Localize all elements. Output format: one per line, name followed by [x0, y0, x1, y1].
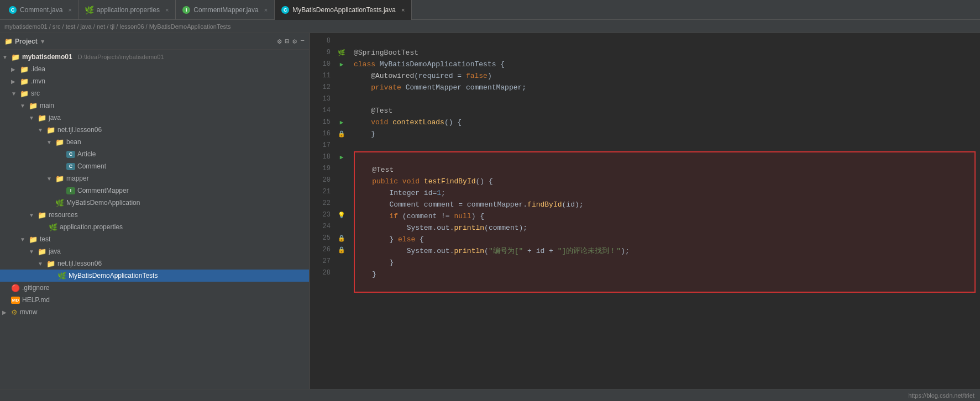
tree-item-commentmapper[interactable]: ▶ I CommentMapper [0, 184, 309, 197]
tree-item-idea[interactable]: ▶ 📁 .idea [0, 63, 309, 75]
testclass-spring-icon: 🌿 [57, 272, 66, 280]
tree-arrow-src: ▼ [11, 91, 18, 97]
line-28 [354, 316, 976, 328]
folder-icon-small: 📁 [4, 38, 13, 45]
gutter-16: 🔒 [334, 128, 349, 140]
resources-label: resources [49, 211, 78, 219]
tree-item-helpmd[interactable]: ▶ MD HELP.md [0, 294, 309, 306]
tab-application[interactable]: 🌿 application.properties × [79, 0, 176, 20]
gutter-23: 💡 [334, 209, 349, 221]
src-folder-icon: 📁 [20, 89, 29, 98]
tree-item-src[interactable]: ▼ 📁 src [0, 87, 309, 99]
article-label: Article [77, 150, 96, 158]
mapper-folder-icon: 📁 [55, 175, 64, 183]
bulb-icon-23[interactable]: 💡 [338, 212, 345, 219]
test-label: test [40, 235, 50, 243]
run-icon-10[interactable]: ▶ [340, 61, 344, 68]
helpmd-label: HELP.md [22, 296, 50, 304]
code-wrapper: @SpringBootTestclass MyBatisDemoApplicat… [349, 33, 980, 389]
gutter-17 [334, 140, 349, 151]
gutter-28 [334, 267, 349, 279]
main-layout: 📁 Project ▼ ⚙ ⊟ ⚙ − ▼ 📁 mybatisdemo01 D:… [0, 33, 980, 389]
tree-item-mvnw[interactable]: ▶ ⚙ mvnw [0, 306, 309, 318]
sidebar: 📁 Project ▼ ⚙ ⊟ ⚙ − ▼ 📁 mybatisdemo01 D:… [0, 33, 310, 389]
bean-label: bean [66, 138, 81, 146]
tab-comment-label: Comment.java [20, 6, 62, 14]
tree-item-mapper[interactable]: ▼ 📁 mapper [0, 172, 309, 184]
line-13 [354, 93, 976, 105]
tree-item-testclass[interactable]: ▶ 🌿 MyBatisDemoApplicationTests [0, 270, 309, 282]
run-icon-18[interactable]: ▶ [340, 154, 344, 161]
tree-item-mvn[interactable]: ▶ 📁 .mvn [0, 75, 309, 87]
run-icon-15[interactable]: ▶ [340, 119, 344, 126]
gutter-11 [334, 70, 349, 82]
tree-item-lesson06[interactable]: ▼ 📁 net.tjl.lesson06 [0, 124, 309, 136]
tab-mybatistests-close[interactable]: × [401, 7, 405, 13]
tree-item-resources[interactable]: ▼ 📁 resources [0, 209, 309, 221]
code-editor[interactable]: @SpringBootTestclass MyBatisDemoApplicat… [349, 33, 980, 330]
gutter-24 [334, 221, 349, 233]
tree-item-java[interactable]: ▼ 📁 java [0, 112, 309, 124]
tab-application-close[interactable]: × [165, 7, 169, 13]
tree-item-main[interactable]: ▼ 📁 main [0, 99, 309, 112]
line-22: System.out.println(comment); [355, 222, 974, 234]
tab-comment[interactable]: C Comment.java × [2, 0, 79, 20]
line-11: @Autowired(required = false) [354, 70, 976, 82]
tab-mybatistests[interactable]: C MyBatisDemoApplicationTests.java × [275, 0, 412, 20]
comment-java-icon: C [9, 6, 17, 14]
main-label: main [40, 102, 54, 109]
lock-icon-26: 🔒 [338, 246, 345, 254]
minimize-icon[interactable]: − [300, 37, 305, 45]
tree-item-gitignore[interactable]: ▶ 🔴 .gitignore [0, 282, 309, 294]
gutter-26: 🔒 [334, 244, 349, 256]
gear-icon[interactable]: ⚙ [292, 37, 297, 46]
bean-folder-icon: 📁 [55, 138, 64, 146]
editor-area: 8 9 10 11 12 13 14 15 16 17 18 19 20 21 … [310, 33, 980, 389]
line-26: } [355, 268, 974, 280]
tree-item-mybatisapp[interactable]: ▶ 🌿 MyBatisDemoApplication [0, 197, 309, 209]
gutter-20 [334, 175, 349, 186]
tab-comment-close[interactable]: × [68, 7, 71, 13]
root-folder-icon: 📁 [11, 53, 20, 61]
tab-bar: C Comment.java × 🌿 application.propertie… [0, 0, 980, 20]
breadcrumb: mybatisdemo01 / src / test / java / net … [0, 20, 980, 33]
line-20: Comment comment = commentMapper.findById… [355, 199, 974, 210]
testclass-label: MyBatisDemoApplicationTests [69, 272, 158, 279]
gutter-27 [334, 256, 349, 267]
testjava-label: java [49, 247, 61, 255]
project-tree: ▼ 📁 mybatisdemo01 D:\IdeaProjects\mybati… [0, 50, 309, 389]
tree-arrow-idea: ▶ [11, 66, 18, 72]
gutter-21 [334, 186, 349, 198]
sidebar-header: 📁 Project ▼ ⚙ ⊟ ⚙ − [0, 33, 309, 50]
collapse-icon[interactable]: ⊟ [285, 37, 290, 46]
line-18: public void testFindById() { [355, 176, 974, 187]
tab-commentmapper-close[interactable]: × [264, 7, 268, 13]
gutter-18: ▶ [334, 151, 349, 163]
gitignore-icon: 🔴 [11, 284, 20, 292]
tree-item-testlesson06[interactable]: ▼ 📁 net.tjl.lesson06 [0, 257, 309, 270]
tree-item-root[interactable]: ▼ 📁 mybatisdemo01 D:\IdeaProjects\mybati… [0, 51, 309, 63]
test-folder-icon: 📁 [29, 235, 38, 244]
resources-folder-icon: 📁 [38, 211, 46, 219]
comment-java-icon-tree: C [66, 163, 75, 170]
mapper-label: mapper [66, 175, 89, 182]
lesson06-label: net.tjl.lesson06 [57, 126, 102, 134]
comment-label: Comment [77, 162, 106, 170]
gutter-25: 🔒 [334, 233, 349, 244]
dropdown-arrow[interactable]: ▼ [40, 38, 46, 45]
idea-folder-icon: 📁 [20, 65, 29, 73]
tree-item-test[interactable]: ▼ 📁 test [0, 233, 309, 245]
tree-item-comment[interactable]: ▶ C Comment [0, 160, 309, 172]
settings-gear-icon[interactable]: ⚙ [277, 37, 282, 46]
status-url: https://blog.csdn.net/triet [908, 392, 974, 399]
line-8 [354, 35, 976, 47]
gutter-8 [334, 35, 349, 47]
tree-item-appprops[interactable]: ▶ 🌿 application.properties [0, 221, 309, 233]
tree-item-bean[interactable]: ▼ 📁 bean [0, 136, 309, 148]
tree-item-testjava[interactable]: ▼ 📁 java [0, 245, 309, 257]
java-folder-icon: 📁 [38, 114, 46, 122]
tab-commentmapper[interactable]: I CommentMapper.java × [176, 0, 275, 20]
tree-item-article[interactable]: ▶ C Article [0, 148, 309, 160]
lock-icon-25: 🔒 [338, 235, 345, 242]
line-numbers: 8 9 10 11 12 13 14 15 16 17 18 19 20 21 … [310, 33, 334, 389]
